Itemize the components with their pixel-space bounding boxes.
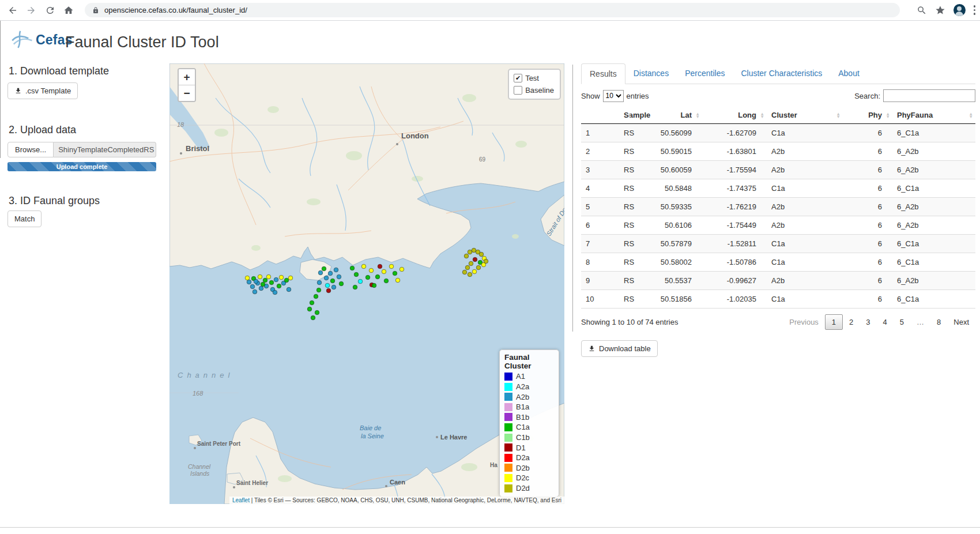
table-row[interactable]: 3RSMP_SC_0382_Mon_2017_1850.60059-1.7559…: [581, 161, 975, 179]
table-row[interactable]: 5RSMP_SC_0386_Mon_2017_1850.59335-1.7621…: [581, 198, 975, 216]
map-marker-d2c[interactable]: [382, 269, 386, 274]
download-table-button[interactable]: Download table: [581, 340, 658, 357]
map-marker-c1a[interactable]: [372, 283, 376, 288]
map-marker-d2d[interactable]: [476, 265, 481, 270]
map-marker-d2d[interactable]: [462, 270, 467, 274]
map-marker-a2b[interactable]: [273, 290, 277, 295]
map-marker-a2b[interactable]: [247, 280, 251, 284]
map-marker-c1a[interactable]: [310, 300, 314, 305]
map-marker-c1a[interactable]: [261, 282, 265, 287]
map-marker-d2c[interactable]: [279, 275, 284, 280]
map-marker-d2c[interactable]: [389, 264, 394, 269]
tab-results[interactable]: Results: [581, 63, 625, 84]
map-marker-d1[interactable]: [326, 288, 331, 293]
page-button-5[interactable]: 5: [894, 315, 910, 329]
map-marker-d2c[interactable]: [258, 274, 262, 279]
map-marker-a2b[interactable]: [317, 280, 322, 285]
map-marker-a2b[interactable]: [337, 274, 341, 279]
map-marker-c1a[interactable]: [307, 307, 312, 311]
page-length-select[interactable]: 10: [603, 90, 624, 102]
previous-page-button[interactable]: Previous: [783, 315, 825, 329]
map-marker-c1a[interactable]: [365, 275, 370, 280]
map-marker-a2b[interactable]: [274, 277, 278, 282]
map-marker-c1a[interactable]: [315, 310, 319, 315]
back-icon[interactable]: [7, 5, 18, 16]
profile-avatar[interactable]: [953, 4, 966, 16]
leaflet-link[interactable]: Leaflet: [232, 497, 250, 503]
tab-distances[interactable]: Distances: [625, 63, 677, 84]
table-row[interactable]: 7RSMP_SC_0399_Mon_2017_1850.57879-1.5281…: [581, 235, 975, 253]
table-row[interactable]: 10RSMP_SC_0427_Mon_2017_1850.51856-1.020…: [581, 290, 975, 309]
map-marker-d2d[interactable]: [464, 254, 469, 258]
tab-about[interactable]: About: [830, 63, 868, 84]
column-header-cluster[interactable]: Cluster: [767, 107, 843, 124]
map-marker-a2b[interactable]: [318, 270, 323, 275]
map-marker-a2b[interactable]: [328, 271, 333, 276]
zoom-search-icon[interactable]: [917, 5, 927, 16]
table-row[interactable]: 9RSMP_SC_0418_Mon_2017_1850.5537-0.99627…: [581, 272, 975, 290]
map-marker-c1a[interactable]: [393, 271, 397, 276]
column-header-phy[interactable]: Phy: [843, 107, 892, 124]
forward-icon[interactable]: [26, 5, 36, 16]
page-button-8[interactable]: 8: [930, 315, 947, 329]
map-marker-c1a[interactable]: [353, 285, 357, 289]
map-marker-c1a[interactable]: [354, 272, 359, 277]
leaflet-map[interactable]: 18BristolLondon69Strait of DoverChannel1…: [169, 63, 564, 504]
map-marker-c1a[interactable]: [350, 266, 355, 270]
page-button-2[interactable]: 2: [843, 315, 860, 329]
map-marker-a2b[interactable]: [331, 285, 336, 289]
map-marker-d2d[interactable]: [465, 265, 470, 270]
map-marker-a2b[interactable]: [254, 279, 258, 284]
map-marker-d2d[interactable]: [484, 259, 488, 264]
map-marker-a2b[interactable]: [252, 289, 257, 294]
table-row[interactable]: 6RSMP_SC_0387_Mon_2017_1850.6106-1.75449…: [581, 216, 975, 235]
map-marker-d2d[interactable]: [468, 272, 472, 277]
map-marker-d2d[interactable]: [468, 250, 472, 254]
layer-checkbox-test[interactable]: [514, 74, 522, 82]
map-marker-a2b[interactable]: [334, 268, 338, 272]
map-marker-d2c[interactable]: [369, 268, 374, 273]
map-marker-d2c[interactable]: [361, 264, 366, 269]
table-row[interactable]: 8RSMP_SC_0400_Mon_2017_1850.58002-1.5078…: [581, 253, 975, 272]
zoom-out-button[interactable]: −: [179, 85, 195, 101]
page-button-1[interactable]: 1: [825, 314, 843, 330]
map-marker-a2a[interactable]: [358, 279, 363, 284]
map-marker-c1a[interactable]: [375, 274, 380, 279]
map-marker-d2c[interactable]: [288, 276, 293, 280]
address-bar[interactable]: openscience.cefas.co.uk/faunal_cluster_i…: [85, 3, 900, 17]
map-marker-c1a[interactable]: [330, 279, 335, 283]
page-button-4[interactable]: 4: [877, 315, 894, 329]
map-marker-d1[interactable]: [378, 264, 382, 269]
map-marker-c1a[interactable]: [263, 278, 267, 283]
map-marker-c1a[interactable]: [322, 266, 326, 271]
map-marker-d1[interactable]: [473, 257, 477, 262]
map-marker-a2a[interactable]: [325, 283, 330, 288]
map-marker-d2d[interactable]: [469, 261, 473, 266]
layer-checkbox-baseline[interactable]: [514, 86, 522, 95]
column-header-sample[interactable]: Sample: [619, 107, 634, 124]
map-marker-c1a[interactable]: [284, 278, 289, 283]
map-marker-d2c[interactable]: [266, 274, 271, 279]
map-marker-a2b[interactable]: [324, 276, 329, 280]
map-marker-a2b[interactable]: [250, 284, 255, 289]
map-marker-a2b[interactable]: [287, 287, 291, 292]
map-marker-c1a[interactable]: [339, 281, 344, 286]
page-button-3[interactable]: 3: [860, 315, 876, 329]
map-marker-d2c[interactable]: [395, 278, 400, 283]
map-marker-d2c[interactable]: [472, 269, 477, 274]
browse-button[interactable]: Browse...: [7, 142, 54, 157]
column-header-phyfauna[interactable]: PhyFauna: [892, 107, 975, 124]
map-marker-c1a[interactable]: [311, 315, 315, 320]
map-marker-a2b[interactable]: [259, 286, 263, 291]
map-marker-c1a[interactable]: [277, 284, 281, 288]
search-input[interactable]: [883, 89, 975, 102]
column-header-lat[interactable]: Lat: [634, 107, 702, 124]
map-marker-c1a[interactable]: [316, 288, 321, 292]
home-icon[interactable]: [63, 5, 74, 16]
csv-template-button[interactable]: .csv Template: [7, 82, 78, 99]
next-page-button[interactable]: Next: [947, 315, 975, 329]
table-row[interactable]: 2RSMP_SC_0335_Mon_2017_1850.59015-1.6380…: [581, 142, 975, 161]
map-marker-d2c[interactable]: [399, 267, 404, 272]
table-row[interactable]: 1RSMP_SC_0131_Mon_2017_1850.56099-1.6270…: [581, 124, 975, 142]
map-marker-d2c[interactable]: [245, 276, 250, 280]
